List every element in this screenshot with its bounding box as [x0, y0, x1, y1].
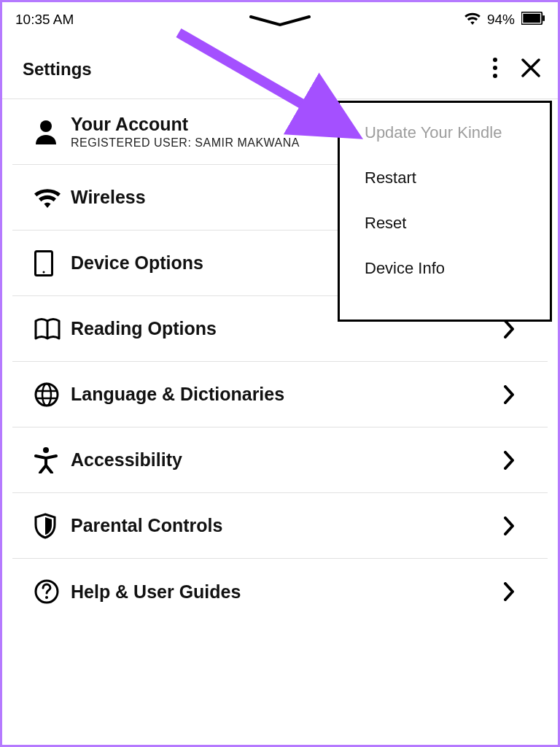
battery-percent: 94%	[487, 12, 515, 28]
person-icon	[34, 120, 71, 144]
kebab-menu-icon[interactable]	[492, 58, 498, 81]
svg-point-3	[493, 58, 497, 62]
row-parental-controls[interactable]: Parental Controls	[12, 493, 548, 559]
menu-reset[interactable]: Reset	[365, 214, 550, 233]
shield-icon	[34, 513, 71, 539]
svg-point-8	[43, 271, 45, 273]
accessibility-icon	[34, 447, 71, 473]
menu-device-info[interactable]: Device Info	[365, 259, 550, 278]
chevron-right-icon	[494, 385, 514, 404]
help-icon	[34, 579, 71, 604]
svg-point-4	[493, 66, 497, 70]
row-language[interactable]: Language & Dictionaries	[12, 362, 548, 427]
overflow-menu: Update Your Kindle Restart Reset Device …	[338, 101, 552, 322]
svg-point-5	[493, 74, 497, 78]
page-title: Settings	[23, 59, 92, 80]
chevron-right-icon	[494, 451, 514, 470]
row-label: Help & User Guides	[71, 581, 494, 603]
wifi-icon	[34, 187, 71, 208]
row-label: Accessibility	[71, 449, 494, 471]
svg-point-13	[45, 596, 48, 599]
status-time: 10:35 AM	[15, 12, 74, 28]
svg-point-9	[36, 384, 58, 406]
svg-rect-2	[542, 15, 545, 21]
battery-icon	[521, 12, 545, 28]
svg-point-10	[42, 384, 51, 406]
close-icon[interactable]	[521, 58, 540, 80]
tablet-icon	[34, 250, 71, 276]
svg-rect-1	[523, 14, 540, 23]
row-help[interactable]: Help & User Guides	[12, 559, 548, 624]
wifi-icon	[464, 12, 481, 28]
chevron-right-icon	[494, 320, 514, 338]
handle-icon[interactable]	[249, 15, 311, 30]
chevron-right-icon	[494, 582, 514, 601]
chevron-right-icon	[494, 516, 514, 535]
row-accessibility[interactable]: Accessibility	[12, 427, 548, 493]
settings-header: Settings	[2, 37, 558, 99]
menu-update-kindle: Update Your Kindle	[365, 123, 550, 142]
globe-icon	[34, 382, 71, 407]
book-icon	[34, 318, 71, 340]
row-label: Language & Dictionaries	[71, 384, 494, 405]
row-label: Parental Controls	[71, 515, 494, 536]
svg-point-11	[43, 447, 49, 453]
svg-point-6	[40, 120, 52, 132]
menu-restart[interactable]: Restart	[365, 169, 550, 187]
